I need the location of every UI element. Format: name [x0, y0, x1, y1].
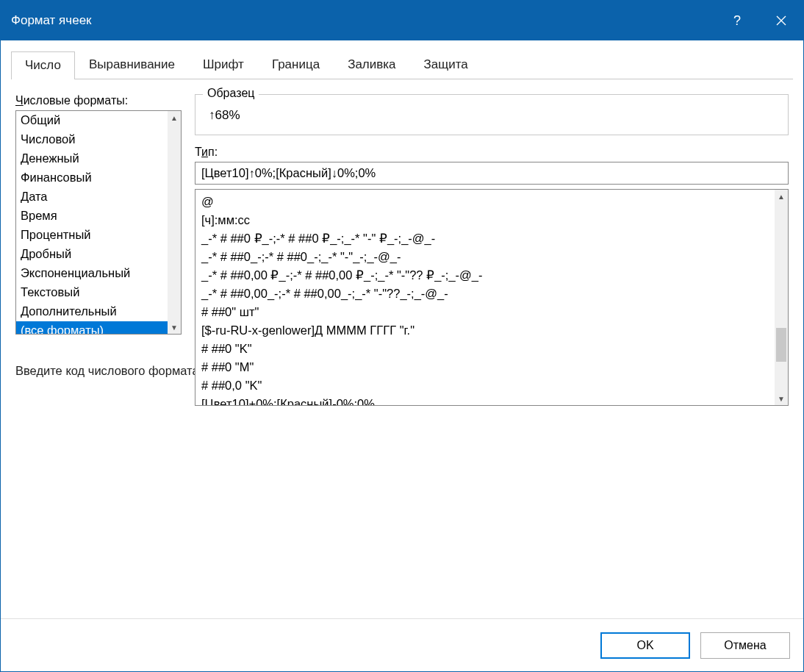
- category-item[interactable]: Дробный: [16, 245, 168, 264]
- format-code-item[interactable]: [$-ru-RU-x-genlower]Д ММММ ГГГГ "г.": [195, 321, 773, 340]
- format-code-item[interactable]: _-* # ##0,00 ₽_-;-* # ##0,00 ₽_-;_-* "-"…: [195, 266, 773, 285]
- tab-заливка[interactable]: Заливка: [334, 51, 409, 79]
- tab-выравнивание[interactable]: Выравнивание: [75, 51, 189, 79]
- format-code-item[interactable]: _-* # ##0,00_-;-* # ##0,00_-;_-* "-"??_-…: [195, 285, 773, 303]
- right-column: Образец ↑68% Тип: @[ч]:мм:сс_-* # ##0 ₽_…: [195, 94, 789, 335]
- category-listbox[interactable]: ОбщийЧисловойДенежныйФинансовыйДатаВремя…: [15, 110, 182, 335]
- format-code-item[interactable]: _-* # ##0_-;-* # ##0_-;_-* "-"_-;_-@_-: [195, 248, 773, 266]
- help-button[interactable]: ?: [715, 1, 759, 40]
- format-scrollbar[interactable]: ▲ ▼: [775, 190, 788, 405]
- cancel-button[interactable]: Отмена: [700, 632, 790, 659]
- tab-число[interactable]: Число: [11, 51, 75, 79]
- format-cells-dialog: Формат ячеек ? ЧислоВыравниваниеШрифтГра…: [0, 0, 804, 672]
- format-code-item[interactable]: # ##0 "K": [195, 340, 773, 358]
- dialog-body: ЧислоВыравниваниеШрифтГраницаЗаливкаЗащи…: [1, 40, 803, 618]
- dialog-footer: OK Отмена: [1, 618, 803, 671]
- content-row: Числовые форматы: ОбщийЧисловойДенежныйФ…: [15, 94, 789, 335]
- format-code-item[interactable]: # ##0 "M": [195, 358, 773, 376]
- format-code-item[interactable]: _-* # ##0 ₽_-;-* # ##0 ₽_-;_-* "-" ₽_-;_…: [195, 229, 773, 248]
- category-item[interactable]: Финансовый: [16, 168, 168, 187]
- tabstrip: ЧислоВыравниваниеШрифтГраницаЗаливкаЗащи…: [11, 51, 793, 79]
- titlebar: Формат ячеек ?: [1, 1, 803, 40]
- window-title: Формат ячеек: [11, 13, 92, 28]
- category-item[interactable]: Общий: [16, 111, 168, 130]
- tab-content-number: Числовые форматы: ОбщийЧисловойДенежныйФ…: [11, 79, 793, 618]
- format-code-item[interactable]: # ##0,0 "K": [195, 376, 773, 395]
- format-code-item[interactable]: # ##0" шт": [195, 303, 773, 321]
- scroll-up-icon[interactable]: ▲: [168, 111, 181, 124]
- tab-защита[interactable]: Защита: [410, 51, 482, 79]
- format-code-listbox[interactable]: @[ч]:мм:сс_-* # ##0 ₽_-;-* # ##0 ₽_-;_-*…: [195, 189, 789, 406]
- category-item[interactable]: Числовой: [16, 130, 168, 149]
- type-label: Тип:: [195, 146, 789, 159]
- category-item[interactable]: Процентный: [16, 226, 168, 245]
- scroll-down-icon[interactable]: ▼: [775, 392, 788, 405]
- sample-legend: Образец: [203, 87, 259, 100]
- category-scrollbar[interactable]: ▲ ▼: [168, 111, 181, 334]
- format-code-item[interactable]: [ч]:мм:сс: [195, 211, 773, 229]
- close-button[interactable]: [759, 1, 803, 40]
- left-column: Числовые форматы: ОбщийЧисловойДенежныйФ…: [15, 94, 182, 335]
- number-formats-label: Числовые форматы:: [15, 94, 182, 107]
- type-input-wrap: [195, 162, 789, 185]
- ok-button[interactable]: OK: [600, 632, 690, 659]
- category-item[interactable]: Денежный: [16, 149, 168, 168]
- scroll-up-icon[interactable]: ▲: [775, 190, 788, 203]
- format-code-item[interactable]: @: [195, 193, 773, 211]
- category-item[interactable]: Экспоненциальный: [16, 264, 168, 283]
- type-input[interactable]: [195, 162, 788, 184]
- tab-шрифт[interactable]: Шрифт: [189, 51, 258, 79]
- category-item[interactable]: Время: [16, 207, 168, 226]
- format-code-item[interactable]: [Цвет10]+0%;[Красный]-0%;0%: [195, 395, 773, 405]
- sample-value: ↑68%: [206, 108, 778, 123]
- tab-граница[interactable]: Граница: [258, 51, 334, 79]
- category-item[interactable]: Текстовый: [16, 283, 168, 302]
- close-icon: [776, 15, 786, 26]
- category-item[interactable]: Дата: [16, 187, 168, 207]
- scroll-thumb[interactable]: [776, 328, 786, 362]
- window-controls: ?: [715, 1, 803, 40]
- category-item[interactable]: Дополнительный: [16, 302, 168, 321]
- category-item[interactable]: (все форматы): [16, 321, 168, 334]
- scroll-down-icon[interactable]: ▼: [168, 321, 181, 334]
- sample-fieldset: Образец ↑68%: [195, 94, 789, 135]
